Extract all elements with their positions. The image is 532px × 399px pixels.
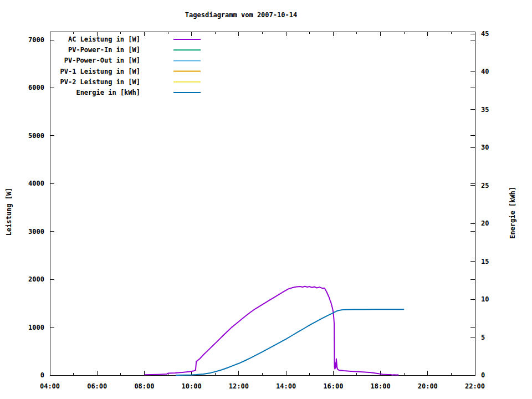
y-right-tick-label: 5 — [481, 334, 485, 341]
legend-label: AC Leistung in [W] — [44, 36, 140, 43]
x-tick-label: 16:00 — [323, 383, 343, 390]
series-line-ac-leistung-in-w — [144, 287, 398, 375]
y-right-tick-label: 35 — [481, 106, 489, 113]
y-left-tick-label: 2000 — [20, 276, 44, 283]
legend-label: PV-1 Leistung in [W] — [44, 68, 140, 75]
y-right-tick-label: 0 — [481, 372, 485, 379]
y-right-tick-label: 15 — [481, 258, 489, 265]
legend-label: PV-2 Leistung in [W] — [44, 78, 140, 85]
y-left-tick-label: 0 — [20, 372, 44, 379]
y-left-tick-label: 6000 — [20, 84, 44, 91]
y-left-tick-label: 1000 — [20, 324, 44, 331]
tagesdiagramm-chart: Tagesdiagramm vom 2007-10-14 Leistung [W… — [0, 0, 532, 399]
y-left-tick-label: 3000 — [20, 228, 44, 235]
x-tick-label: 08:00 — [134, 383, 154, 390]
y-right-tick-label: 30 — [481, 144, 489, 151]
series-line-energie-in-kwh — [176, 309, 404, 375]
x-tick-label: 10:00 — [182, 383, 202, 390]
legend-label: Energie in [kWh] — [44, 89, 140, 96]
y-right-tick-label: 25 — [481, 182, 489, 189]
x-tick-label: 20:00 — [418, 383, 438, 390]
x-tick-label: 14:00 — [276, 383, 296, 390]
legend-label: PV-Power-In in [W] — [44, 47, 140, 54]
x-tick-label: 04:00 — [40, 383, 60, 390]
y-right-tick-label: 45 — [481, 30, 489, 38]
x-tick-label: 18:00 — [370, 383, 390, 390]
y-right-tick-label: 20 — [481, 220, 489, 227]
y-left-tick-label: 7000 — [20, 37, 44, 44]
y-left-tick-label: 5000 — [20, 132, 44, 139]
x-tick-label: 22:00 — [465, 383, 485, 390]
x-tick-label: 06:00 — [87, 383, 107, 390]
y-right-tick-label: 40 — [481, 68, 489, 75]
legend-label: PV-Power-Out in [W] — [44, 57, 140, 64]
y-right-tick-label: 10 — [481, 296, 489, 303]
y-left-tick-label: 4000 — [20, 180, 44, 187]
x-tick-label: 12:00 — [229, 383, 249, 390]
